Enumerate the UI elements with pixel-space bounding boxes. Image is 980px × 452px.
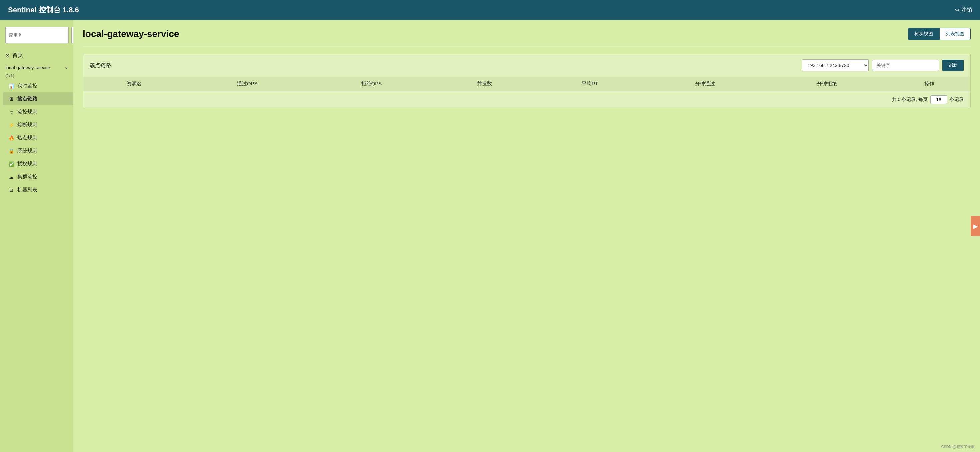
keyword-input[interactable]	[872, 60, 939, 71]
hotspot-icon: 🔥	[8, 135, 15, 141]
sidebar-item-cluster-chain[interactable]: ⊞ 簇点链路	[3, 92, 73, 105]
sidebar-item-system-rules[interactable]: 🔒 系统规则	[3, 144, 73, 158]
machine-icon: ⊟	[8, 187, 15, 193]
list-view-button[interactable]: 列表视图	[939, 28, 970, 40]
col-reject-qps: 拒绝QPS	[309, 77, 434, 91]
resource-table: 资源名 通过QPS 拒绝QPS 并发数 平均RT 分钟通过 分钟拒绝 操作	[83, 77, 970, 91]
auth-rules-label: 授权规则	[18, 161, 37, 167]
auth-icon: ✅	[8, 161, 15, 167]
view-toggle-group: 树状视图 列表视图	[908, 28, 970, 40]
page-title: local-gateway-service	[83, 29, 179, 39]
expand-icon: ∨	[65, 65, 68, 70]
realtime-monitor-label: 实时监控	[18, 83, 37, 89]
floating-icon: ▶	[972, 223, 979, 230]
tree-view-button[interactable]: 树状视图	[908, 28, 939, 40]
unit-text: 条记录	[950, 97, 964, 103]
lock-icon: 🔒	[8, 148, 15, 154]
cluster-chain-icon: ⊞	[8, 96, 15, 102]
col-min-pass: 分钟通过	[644, 77, 766, 91]
sidebar-search-area: 搜索	[0, 24, 73, 49]
toolbar-left: 簇点链路	[90, 62, 111, 69]
col-pass-qps: 通过QPS	[185, 77, 309, 91]
flow-rules-label: 流控规则	[18, 109, 37, 115]
content-header: local-gateway-service 树状视图 列表视图	[83, 28, 970, 40]
cloud-icon: ☁	[8, 174, 15, 180]
flow-icon: ▿	[8, 109, 15, 115]
content-area: local-gateway-service 树状视图 列表视图 簇点链路 192…	[73, 20, 980, 452]
toolbar-right: 192.168.7.242:8720 刷新	[802, 59, 964, 71]
app-title: Sentinel 控制台 1.8.6	[8, 5, 79, 15]
circuit-icon: ⚡	[8, 123, 15, 128]
home-icon: ⊙	[5, 53, 10, 59]
system-rules-label: 系统规则	[18, 148, 37, 154]
pagination-bar: 共 0 条记录, 每页 16 条记录	[83, 91, 970, 108]
col-concurrency: 并发数	[434, 77, 536, 91]
sidebar-item-cluster-flow[interactable]: ☁ 集群流控	[3, 170, 73, 183]
app-name-input[interactable]	[5, 27, 68, 43]
machine-list-label: 机器列表	[18, 187, 37, 193]
home-label: 首页	[12, 52, 23, 59]
page-size-input[interactable]: 16	[930, 95, 947, 104]
circuit-rules-label: 熔断规则	[18, 122, 37, 128]
sidebar-item-realtime-monitor[interactable]: 📊 实时监控	[3, 80, 73, 92]
cluster-chain-label: 簇点链路	[18, 95, 37, 102]
logout-icon: ↪	[955, 7, 959, 13]
sidebar-item-auth-rules[interactable]: ✅ 授权规则	[3, 158, 73, 170]
table-card: 簇点链路 192.168.7.242:8720 刷新 资源名 通过QPS 拒绝Q…	[83, 54, 970, 108]
sidebar-item-home[interactable]: ⊙ 首页	[0, 49, 73, 62]
col-avg-rt: 平均RT	[536, 77, 644, 91]
sidebar-nav-items: 📊 实时监控 ⊞ 簇点链路 ▿ 流控规则 ⚡ 熔断规则	[0, 80, 73, 196]
header: Sentinel 控制台 1.8.6 ↪ 注销	[0, 0, 980, 20]
footer-attribution: CSDN @叔夜了无痕	[941, 444, 975, 449]
cluster-flow-label: 集群流控	[18, 173, 37, 180]
refresh-button[interactable]: 刷新	[942, 60, 964, 71]
logout-label: 注销	[961, 7, 972, 14]
sidebar-item-circuit-rules[interactable]: ⚡ 熔断规则	[3, 118, 73, 131]
service-name-label: local-gateway-service	[5, 65, 50, 70]
service-count: (1/1)	[0, 73, 73, 80]
sidebar-item-flow-rules[interactable]: ▿ 流控规则	[3, 105, 73, 118]
main-layout: 搜索 ⊙ 首页 local-gateway-service ∨ (1/1) 📊 …	[0, 20, 980, 452]
sidebar: 搜索 ⊙ 首页 local-gateway-service ∨ (1/1) 📊 …	[0, 20, 73, 452]
sidebar-service-header[interactable]: local-gateway-service ∨	[0, 62, 73, 73]
table-toolbar: 簇点链路 192.168.7.242:8720 刷新	[83, 54, 970, 77]
table-section-label: 簇点链路	[90, 62, 111, 69]
col-resource: 资源名	[83, 77, 185, 91]
sidebar-service-group: local-gateway-service ∨ (1/1) 📊 实时监控 ⊞ 簇…	[0, 62, 73, 196]
sidebar-item-machine-list[interactable]: ⊟ 机器列表	[3, 183, 73, 196]
hotspot-rules-label: 热点规则	[18, 135, 37, 141]
col-operation: 操作	[888, 77, 970, 91]
sidebar-item-hotspot-rules[interactable]: 🔥 热点规则	[3, 131, 73, 144]
ip-select[interactable]: 192.168.7.242:8720	[802, 59, 869, 71]
content-divider	[83, 47, 970, 47]
chart-icon: 📊	[8, 83, 15, 89]
table-header-row: 资源名 通过QPS 拒绝QPS 并发数 平均RT 分钟通过 分钟拒绝 操作	[83, 77, 970, 91]
col-min-reject: 分钟拒绝	[766, 77, 888, 91]
total-records-text: 共 0 条记录, 每页	[892, 97, 928, 103]
logout-button[interactable]: ↪ 注销	[955, 7, 972, 14]
floating-side-button[interactable]: ▶	[970, 216, 980, 236]
